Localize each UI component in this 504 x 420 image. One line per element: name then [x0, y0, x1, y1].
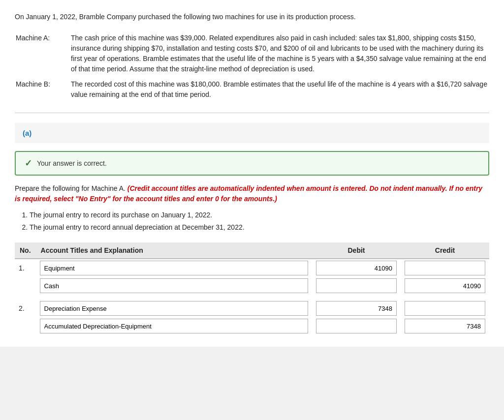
account-input-2-1[interactable] — [40, 301, 308, 316]
divider-1 — [15, 113, 489, 113]
entry-2-line-1: 2. — [15, 300, 489, 317]
section-a-label: (a) — [23, 129, 32, 137]
entry-2-no-blank — [15, 317, 36, 335]
entry-1-line-2 — [15, 277, 489, 295]
entry-1-line-1: 1. — [15, 259, 489, 277]
machine-a-desc: The cash price of this machine was $39,0… — [71, 31, 488, 76]
machine-b-desc: The recorded cost of this machine was $1… — [71, 77, 488, 102]
intro-text: On January 1, 2022, Bramble Company purc… — [15, 12, 489, 22]
credit-input-1-1[interactable] — [405, 261, 485, 275]
entry-1-account-1[interactable] — [36, 259, 312, 277]
instructions: Prepare the following for Machine A. (Cr… — [15, 183, 489, 204]
credit-input-2-1[interactable] — [405, 301, 485, 316]
page-container: On January 1, 2022, Bramble Company purc… — [0, 0, 504, 347]
machine-a-label: Machine A: — [16, 31, 70, 76]
entry-1-debit-2[interactable] — [312, 277, 401, 295]
machine-a-row: Machine A: The cash price of this machin… — [16, 31, 488, 76]
machine-b-row: Machine B: The recorded cost of this mac… — [16, 77, 488, 102]
header-debit: Debit — [312, 242, 401, 259]
table-header-row: No. Account Titles and Explanation Debit… — [15, 242, 489, 259]
spacer-row — [15, 295, 489, 300]
credit-input-2-2[interactable] — [405, 319, 485, 333]
entry-1-credit-2[interactable] — [401, 277, 489, 295]
entry-2-credit-2[interactable] — [401, 317, 489, 335]
machine-b-label: Machine B: — [16, 77, 70, 102]
credit-input-1-2[interactable] — [405, 278, 485, 293]
entry-2-no: 2. — [15, 300, 36, 317]
header-account: Account Titles and Explanation — [36, 242, 312, 259]
entry-2-debit-2[interactable] — [312, 317, 401, 335]
entry-2-account-1[interactable] — [36, 300, 312, 317]
entry-1-credit-1[interactable] — [401, 259, 489, 277]
task-list: The journal entry to record its purchase… — [30, 210, 489, 233]
section-a-header: (a) — [15, 123, 489, 143]
entry-1-no-blank — [15, 277, 36, 295]
account-input-1-1[interactable] — [40, 261, 308, 275]
entry-1-debit-1[interactable] — [312, 259, 401, 277]
debit-input-2-1[interactable] — [316, 301, 397, 316]
header-no: No. — [15, 242, 36, 259]
entry-2-account-2[interactable] — [36, 317, 312, 335]
checkmark-icon: ✓ — [25, 158, 32, 169]
journal-table: No. Account Titles and Explanation Debit… — [15, 242, 489, 335]
correct-text: Your answer is correct. — [37, 159, 107, 167]
entry-1-no: 1. — [15, 259, 36, 277]
entry-2-line-2 — [15, 317, 489, 335]
debit-input-2-2[interactable] — [316, 319, 397, 333]
debit-input-1-2[interactable] — [316, 278, 397, 293]
debit-input-1-1[interactable] — [316, 261, 397, 275]
entry-2-credit-1[interactable] — [401, 300, 489, 317]
entry-1-account-2[interactable] — [36, 277, 312, 295]
correct-box: ✓ Your answer is correct. — [15, 151, 489, 176]
list-item-2: The journal entry to record annual depre… — [30, 222, 489, 233]
account-input-1-2[interactable] — [40, 278, 308, 293]
instructions-static: Prepare the following for Machine A. — [15, 184, 126, 192]
header-credit: Credit — [401, 242, 489, 259]
list-item-1: The journal entry to record its purchase… — [30, 210, 489, 220]
entry-2-debit-1[interactable] — [312, 300, 401, 317]
account-input-2-2[interactable] — [40, 319, 308, 333]
machine-descriptions: Machine A: The cash price of this machin… — [15, 30, 489, 103]
